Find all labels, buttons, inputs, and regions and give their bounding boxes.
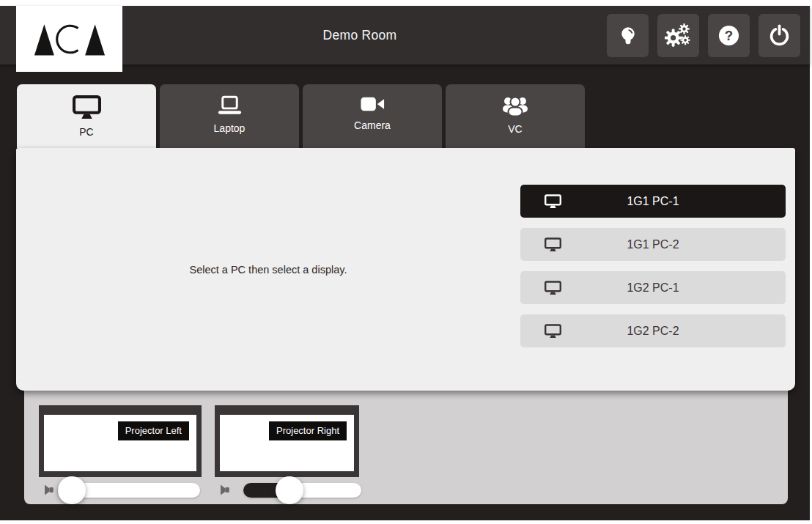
app-container: Demo Room bbox=[0, 6, 810, 520]
instruction-text: Select a PC then select a display. bbox=[16, 148, 520, 391]
aca-logo bbox=[16, 6, 122, 72]
pc-panel: Select a PC then select a display. 1G1 P… bbox=[16, 148, 795, 391]
tab-label: Laptop bbox=[214, 122, 246, 134]
lightbulb-icon bbox=[618, 25, 638, 47]
pc-item-1g2-pc-2[interactable]: 1G2 PC-2 bbox=[520, 314, 786, 347]
help-icon: ? bbox=[717, 24, 740, 47]
room-title: Demo Room bbox=[122, 6, 597, 64]
projector-screen-top-bar bbox=[39, 405, 202, 415]
svg-text:?: ? bbox=[725, 28, 733, 43]
monitor-icon bbox=[545, 324, 561, 339]
monitor-icon bbox=[545, 281, 561, 295]
speaker-icon bbox=[44, 484, 56, 496]
projector-left-label: Projector Left bbox=[118, 421, 189, 440]
projector-right-display[interactable]: Projector Right bbox=[215, 405, 359, 477]
gears-icon bbox=[665, 23, 693, 48]
source-tabs: PC Laptop Camera bbox=[17, 84, 585, 148]
tab-vc[interactable]: VC bbox=[446, 84, 585, 148]
volume-thumb-right[interactable] bbox=[276, 476, 303, 504]
pc-item-label: 1G2 PC-2 bbox=[627, 325, 679, 338]
speaker-icon bbox=[220, 484, 232, 496]
pc-item-label: 1G2 PC-1 bbox=[627, 281, 679, 295]
monitor-icon bbox=[545, 237, 561, 252]
room-control-page: Demo Room bbox=[0, 0, 812, 524]
tab-label: Camera bbox=[354, 119, 391, 131]
pc-list: 1G1 PC-1 1G1 PC-2 1G2 PC-1 1G2 PC-2 bbox=[520, 185, 786, 358]
settings-button[interactable] bbox=[657, 14, 699, 57]
tab-camera[interactable]: Camera bbox=[303, 84, 442, 148]
power-button[interactable] bbox=[759, 14, 800, 57]
tab-laptop[interactable]: Laptop bbox=[160, 84, 299, 148]
laptop-icon bbox=[216, 95, 243, 116]
pc-item-label: 1G1 PC-1 bbox=[627, 195, 679, 208]
volume-thumb-left[interactable] bbox=[58, 476, 86, 504]
people-icon bbox=[501, 95, 530, 117]
projector-screen[interactable]: Projector Right bbox=[215, 415, 359, 471]
projector-screen-top-bar bbox=[215, 405, 359, 415]
projector-screen[interactable]: Projector Left bbox=[39, 415, 202, 471]
video-camera-icon bbox=[360, 95, 385, 113]
power-icon bbox=[768, 24, 791, 47]
monitor-icon bbox=[73, 95, 101, 119]
help-button[interactable]: ? bbox=[708, 14, 750, 57]
lights-button[interactable] bbox=[607, 14, 649, 57]
tab-label: PC bbox=[79, 126, 93, 138]
projector-screen-bottom-bar bbox=[39, 471, 202, 477]
aca-logo-mark bbox=[33, 23, 106, 56]
displays-panel: Projector Left Projector Right bbox=[24, 387, 788, 504]
monitor-icon bbox=[545, 194, 561, 209]
pc-item-1g2-pc-1[interactable]: 1G2 PC-1 bbox=[520, 271, 786, 304]
tab-label: VC bbox=[508, 123, 522, 135]
projector-left-display[interactable]: Projector Left bbox=[39, 405, 202, 477]
header-buttons: ? bbox=[607, 14, 800, 57]
projector-right-label: Projector Right bbox=[269, 421, 347, 440]
tab-pc[interactable]: PC bbox=[17, 84, 156, 148]
pc-item-label: 1G1 PC-2 bbox=[627, 238, 679, 251]
pc-item-1g1-pc-2[interactable]: 1G1 PC-2 bbox=[520, 228, 786, 261]
pc-item-1g1-pc-1[interactable]: 1G1 PC-1 bbox=[520, 185, 786, 218]
